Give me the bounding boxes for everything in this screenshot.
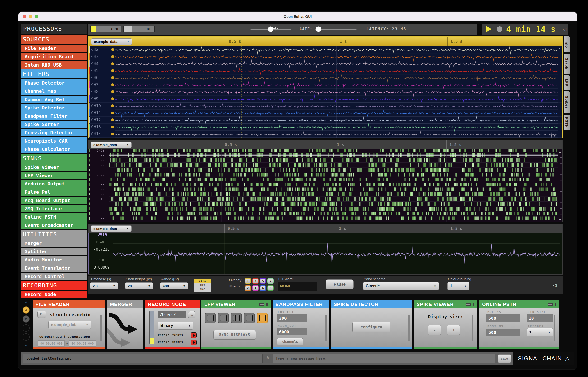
sidebar-item-record-node[interactable]: Record Node — [21, 291, 87, 298]
sidebar-item-online-psth[interactable]: Online PSTH — [21, 213, 87, 221]
close-window-button[interactable] — [23, 15, 26, 18]
module-spike-detector-header[interactable]: SPIKE DETECTOR — [331, 300, 412, 308]
low-cut-input[interactable]: 300 — [277, 315, 307, 322]
volume-slider[interactable] — [250, 29, 291, 30]
play-button[interactable] — [486, 26, 491, 33]
event-overlay-button-7[interactable]: 7 — [267, 278, 274, 284]
module-lfp-viewer-header[interactable]: LFP VIEWER — [201, 300, 271, 308]
sidebar-item-intan-rhd-usb[interactable]: Intan RHD USB — [21, 61, 87, 69]
display-size-decrease-button[interactable]: - — [428, 325, 441, 335]
module-drag-handle[interactable] — [100, 315, 103, 341]
open-window-icon[interactable] — [466, 303, 471, 306]
stream-button-aux[interactable]: AUX — [194, 283, 211, 287]
sidebar-item-pulse-pal[interactable]: Pulse Pal — [21, 188, 87, 196]
sidebar-item-spike-detector[interactable]: Spike Detector — [21, 104, 87, 112]
file-stream-selector[interactable]: example_data ▼ — [48, 321, 91, 329]
module-drag-handle[interactable] — [324, 315, 327, 341]
sidebar-item-audio-monitor[interactable]: Audio Monitor — [21, 256, 87, 264]
high-cut-input[interactable]: 6000 — [277, 328, 307, 335]
channels-button[interactable]: Channels — [277, 338, 303, 345]
module-drag-handle[interactable] — [407, 315, 410, 341]
module-drag-handle[interactable] — [554, 315, 557, 341]
sidebar-item-event-translator[interactable]: Event Translator — [21, 264, 87, 272]
end-time-input[interactable]: 00:00:30.000 — [69, 340, 96, 347]
sidebar-item-merger[interactable]: Merger — [21, 239, 87, 247]
lfp-stream-selector[interactable]: example_data ▼ — [91, 38, 132, 45]
bin-size-input[interactable]: 10 — [527, 315, 553, 322]
sync-displays-button[interactable]: SYNC DISPLAYS — [213, 330, 256, 340]
stream-button-adc[interactable]: ADC — [194, 287, 211, 292]
sidebar-item-acq-board-output[interactable]: Acq Board Output — [21, 197, 87, 204]
event-overlay-button-3[interactable]: 3 — [252, 278, 258, 284]
collapse-toolbar-icon[interactable]: ◁ — [563, 26, 566, 32]
zoom-window-button[interactable] — [35, 15, 38, 18]
event-overlay-button-4[interactable]: 4 — [252, 285, 258, 291]
stream-button-data[interactable]: DATA — [194, 279, 211, 283]
record-engine-select[interactable]: Binary ▼ — [158, 322, 193, 330]
tab-spikes[interactable]: Spikes — [564, 91, 570, 113]
sidebar-item-bandpass-filter[interactable]: Bandpass Filter — [21, 112, 87, 120]
color-grouping-select[interactable]: 1 ▼ — [447, 282, 469, 290]
lfp-display-canvas[interactable] — [89, 46, 562, 138]
module-drag-handle[interactable] — [266, 315, 268, 341]
tab-psth[interactable]: PSTH — [564, 115, 570, 130]
scroll-down-icon[interactable]: ▼ — [558, 218, 562, 221]
file-select-button[interactable]: F: — [37, 311, 46, 318]
volume-slider-thumb[interactable] — [268, 26, 273, 32]
gate-slider-thumb[interactable] — [316, 26, 321, 32]
save-message-button[interactable]: Save — [498, 354, 511, 363]
trace-display-canvas[interactable] — [88, 233, 563, 273]
layout-button-4[interactable] — [244, 313, 255, 323]
range-select[interactable]: 400 ▼ — [160, 282, 188, 289]
open-window-icon[interactable] — [548, 303, 553, 306]
event-overlay-button-1[interactable]: 1 — [245, 278, 251, 284]
nav-down-icon[interactable]: ▽ — [25, 343, 27, 347]
sidebar-item-channel-map[interactable]: Channel Map — [21, 87, 87, 95]
layout-button-2[interactable] — [218, 313, 229, 323]
gate-slider[interactable] — [315, 29, 357, 30]
open-tab-icon[interactable] — [555, 303, 556, 306]
chan-height-select[interactable]: 20 ▼ — [125, 282, 153, 289]
color-scheme-select[interactable]: Classic ▼ — [363, 282, 439, 290]
module-merger-header[interactable]: MERGER — [107, 300, 143, 308]
nav-up-icon[interactable]: △ — [25, 300, 27, 305]
chain-slot-button[interactable] — [23, 324, 30, 331]
sidebar-item-record-control[interactable]: Record Control — [21, 272, 87, 280]
pre-ms-input[interactable]: 500 — [486, 315, 519, 322]
post-ms-input[interactable]: 500 — [486, 329, 519, 336]
signal-chain-toggle[interactable]: SIGNAL CHAIN △ — [513, 352, 575, 365]
raster-display-canvas[interactable] — [88, 149, 563, 222]
module-file-reader-header[interactable]: FILE READER — [33, 300, 105, 308]
event-overlay-button-2[interactable]: 2 — [245, 285, 251, 291]
sidebar-item-neuropixels-car[interactable]: Neuropixels CAR — [21, 137, 87, 145]
open-window-icon[interactable] — [259, 303, 264, 306]
module-spike-viewer-header[interactable]: SPIKE VIEWER — [414, 300, 477, 308]
pause-button[interactable]: Pause — [326, 279, 354, 289]
open-tab-icon[interactable] — [266, 303, 268, 306]
module-record-node-header[interactable]: RECORD NODE — [145, 300, 200, 308]
event-overlay-button-5[interactable]: 5 — [260, 278, 266, 284]
layout-button-3[interactable] — [231, 313, 242, 323]
layout-button-1[interactable] — [205, 313, 216, 323]
tab-lfp[interactable]: LFP — [564, 75, 570, 90]
chain-b-button[interactable]: B — [23, 315, 30, 323]
display-size-increase-button[interactable]: + — [447, 325, 460, 335]
sidebar-item-spike-sorter[interactable]: Spike Sorter — [21, 120, 87, 128]
module-bandpass-header[interactable]: BANDPASS FILTER — [272, 300, 329, 308]
sidebar-item-splitter[interactable]: Splitter — [21, 248, 87, 255]
chevron-up-icon[interactable]: ∧ — [266, 355, 270, 360]
raster-stream-selector[interactable]: example_data ▼ — [91, 141, 132, 148]
start-time-input[interactable]: 00:00:00.000 — [38, 340, 65, 347]
collapse-options-icon[interactable]: ◁ — [553, 282, 557, 288]
scroll-up-icon[interactable]: ▲ — [558, 150, 562, 153]
sidebar-item-spike-viewer[interactable]: Spike Viewer — [21, 163, 87, 171]
record-path-field[interactable]: /Users/ — [158, 311, 186, 318]
open-tab-icon[interactable] — [473, 303, 475, 306]
sidebar-item-crossing-detector[interactable]: Crossing Detector — [21, 129, 87, 136]
minimize-window-button[interactable] — [29, 15, 32, 18]
event-overlay-button-8[interactable]: 8 — [267, 285, 274, 291]
module-drag-handle[interactable] — [472, 315, 475, 341]
timebase-select[interactable]: 2.0 ▼ — [90, 282, 118, 289]
module-online-psth-header[interactable]: ONLINE PSTH — [479, 300, 559, 308]
trace-stream-selector[interactable]: example_data ▼ — [91, 225, 132, 232]
